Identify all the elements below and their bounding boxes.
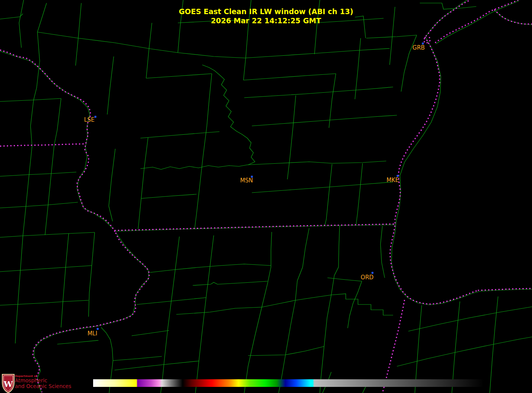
uw-crest-logo: W [2,374,14,393]
county-boundary-line [262,295,331,307]
county-boundary-line [114,361,199,370]
county-boundary-line [61,234,69,327]
county-boundary-line [54,98,61,145]
county-boundary-line [356,163,363,225]
logo-oceanic-sciences: and Oceanic Sciences [15,383,71,389]
county-boundary-line [252,182,393,193]
county-boundary-line [279,228,309,393]
county-boundary-line [401,35,417,92]
county-boundary-line [107,56,114,114]
logo-atmospheric: Atmospheric [15,378,71,383]
city-label-MLI: MLI [87,330,97,337]
county-boundary-line [193,281,268,285]
county-boundary-line [244,232,272,393]
county-boundary-line [287,95,296,179]
county-boundary-line [0,266,92,272]
county-boundary-line [0,202,78,208]
logo-text-block: Department of Atmospheric and Oceanic Sc… [15,375,71,389]
county-boundary-line [245,48,390,58]
county-boundary-line [366,35,417,38]
county-boundary-line [23,146,32,236]
county-boundary-line [37,32,114,43]
county-boundary-line [0,98,61,101]
county-boundary-line [392,38,532,305]
county-boundary-line [380,226,385,278]
county-boundary-line [207,74,212,126]
county-boundary-line [140,132,219,138]
county-boundary-line [325,164,332,225]
county-boundary-line [146,74,212,78]
county-boundary-line [114,43,245,58]
county-boundary-line [252,115,397,126]
satellite-map-canvas: GRBLSEMSNMKEORDMLI W [0,0,532,393]
county-boundary-line [0,172,76,176]
county-boundary-line [141,194,197,198]
county-boundary-line [331,294,393,315]
city-label-MKE: MKE [387,177,399,184]
city-label-MSN: MSN [240,177,253,184]
county-boundary-line [247,161,386,165]
county-boundary-line [150,264,271,272]
city-label-LSE: LSE [84,116,94,123]
city-dot-LSE [95,116,97,118]
county-boundary-line [113,356,162,361]
city-label-ORD: ORD [361,274,374,281]
county-boundary-line [176,307,262,314]
county-boundary-line [15,236,23,343]
county-boundary-line [408,307,532,331]
county-boundary-line [89,232,95,317]
county-boundary-line [320,225,340,393]
county-boundary-line [243,74,336,80]
county-boundary-line [137,298,206,304]
county-boundary-line [114,225,395,231]
state-border-dotted-line [33,233,150,392]
county-boundary-line [0,51,113,228]
county-boundary-line [132,330,169,336]
image-title: GOES East Clean IR LW window (ABI ch 13)… [0,7,532,25]
city-dot-MLI [97,328,99,330]
county-boundary-line [109,149,115,221]
title-line-2: 2026 Mar 22 14:12:25 GMT [0,16,532,25]
state-borders-layer [0,0,532,393]
city-label-GRB: GRB [413,44,425,51]
state-border-dotted-line [0,144,85,146]
county-boundary-line [140,165,247,169]
county-boundary-line [0,232,95,237]
county-boundary-line [0,300,89,305]
temperature-color-scale-bar [93,379,484,387]
title-line-1: GOES East Clean IR LW window (ABI ch 13) [0,7,532,16]
county-boundary-line [244,87,393,98]
state-border-dotted-line [382,300,405,393]
county-boundary-line [146,23,152,78]
county-boundary-line [45,145,54,235]
county-boundary-line [195,126,207,229]
satellite-image-viewport: GRBLSEMSNMKEORDMLI W GOES East Clean IR … [0,0,532,393]
county-boundary-line [31,100,34,146]
county-boundary-line [195,235,214,393]
county-boundary-line [138,137,148,229]
county-boundary-line [57,340,98,344]
county-boundary-line [161,237,179,393]
city-markers-layer: GRBLSEMSNMKEORDMLI [84,43,425,337]
county-boundary-line [327,278,362,281]
city-dot-ORD [372,272,374,274]
crest-monogram: W [3,379,13,389]
state-border-dotted-line [0,50,116,233]
county-boundary-line [34,234,149,392]
